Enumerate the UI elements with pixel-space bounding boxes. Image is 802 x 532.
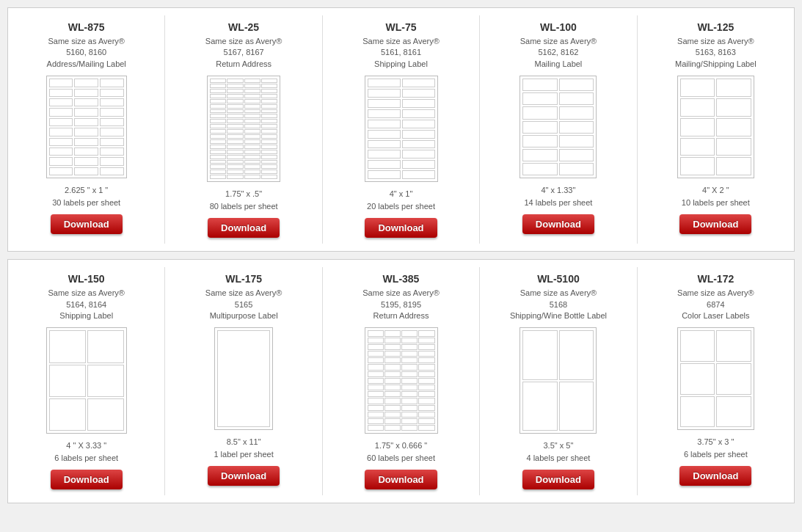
label-cell: [227, 99, 243, 103]
download-button-wl-150[interactable]: Download: [51, 470, 123, 489]
download-button-wl-125[interactable]: Download: [679, 214, 751, 234]
download-button-wl-25[interactable]: Download: [208, 218, 280, 238]
label-cell: [244, 129, 260, 134]
label-cell: [244, 99, 260, 103]
label-grid-wl-175: [217, 330, 270, 427]
label-cell: [227, 139, 243, 144]
label-cell: [384, 330, 401, 336]
label-cell: [261, 150, 277, 154]
label-cell: [244, 150, 260, 154]
label-cell: [368, 109, 401, 118]
download-button-wl-875[interactable]: Download: [51, 214, 123, 234]
label-cell: [559, 121, 594, 134]
label-preview-wl-175: [214, 327, 273, 430]
label-cell: [227, 145, 243, 149]
label-preview-wl-100: [520, 76, 597, 178]
product-size-wl-175: 8.5" x 11"1 label per sheet: [214, 436, 273, 460]
product-cell-wl-875: WL-875Same size as Avery®5160, 8160Addre…: [8, 15, 165, 244]
label-preview-wl-75: [365, 76, 438, 182]
label-cell: [244, 175, 260, 179]
label-cell: [401, 338, 418, 343]
label-cell: [244, 114, 260, 118]
label-cell: [401, 391, 418, 397]
label-cell: [680, 138, 715, 156]
label-cell: [384, 344, 401, 350]
label-cell: [401, 412, 418, 418]
label-cell: [559, 149, 594, 161]
label-cell: [244, 134, 260, 139]
label-cell: [384, 412, 401, 418]
label-cell: [244, 79, 260, 83]
label-cell: [210, 145, 226, 149]
label-cell: [559, 330, 594, 380]
label-cell: [74, 89, 98, 97]
label-cell: [716, 98, 751, 117]
label-cell: [244, 89, 260, 93]
product-desc-wl-172: Same size as Avery®6874Color Laser Label…: [677, 288, 754, 321]
download-button-wl-75[interactable]: Download: [365, 218, 437, 238]
product-name-wl-5100: WL-5100: [537, 273, 580, 285]
label-cell: [244, 104, 260, 109]
label-cell: [87, 365, 124, 397]
label-cell: [368, 99, 401, 108]
label-cell: [368, 405, 384, 411]
label-cell: [522, 92, 558, 105]
label-cell: [261, 175, 277, 179]
label-cell: [49, 138, 73, 146]
product-cell-wl-172: WL-172Same size as Avery®6874Color Laser…: [638, 267, 794, 495]
label-cell: [227, 124, 243, 128]
product-name-wl-25: WL-25: [228, 21, 259, 33]
label-cell: [680, 363, 715, 395]
product-name-wl-100: WL-100: [540, 21, 577, 33]
label-cell: [368, 120, 401, 128]
label-cell: [522, 79, 558, 91]
label-cell: [49, 398, 86, 431]
label-cell: [368, 150, 401, 158]
label-cell: [716, 363, 751, 395]
label-cell: [402, 89, 435, 98]
product-size-wl-75: 4" x 1"20 labels per sheet: [367, 188, 435, 212]
product-size-wl-5100: 3.5" x 5"4 labels per sheet: [527, 440, 591, 464]
label-cell: [401, 344, 418, 350]
label-cell: [49, 365, 86, 397]
label-cell: [210, 109, 226, 114]
label-grid-wl-385: [368, 330, 435, 431]
label-cell: [368, 357, 384, 363]
product-cell-wl-100: WL-100Same size as Avery®5162, 8162Maili…: [480, 15, 637, 244]
label-cell: [368, 79, 401, 87]
label-cell: [368, 338, 384, 343]
label-cell: [227, 104, 243, 109]
label-preview-wl-385: [365, 327, 438, 434]
download-button-wl-5100[interactable]: Download: [522, 470, 594, 489]
label-cell: [261, 139, 277, 144]
label-cell: [244, 94, 260, 98]
label-cell: [87, 330, 124, 362]
label-cell: [716, 330, 751, 362]
download-button-wl-385[interactable]: Download: [365, 470, 437, 489]
product-cell-wl-75: WL-75Same size as Avery®5161, 8161Shippi…: [323, 15, 480, 244]
label-cell: [100, 108, 124, 116]
label-cell: [210, 170, 226, 174]
label-preview-wl-5100: [520, 327, 597, 434]
label-cell: [244, 160, 260, 164]
label-cell: [210, 94, 226, 98]
product-desc-wl-100: Same size as Avery®5162, 8162Mailing Lab…: [520, 36, 597, 70]
label-cell: [384, 385, 401, 390]
label-cell: [74, 98, 98, 106]
label-cell: [227, 134, 243, 139]
download-button-wl-172[interactable]: Download: [679, 466, 751, 486]
label-cell: [100, 157, 124, 165]
label-cell: [210, 139, 226, 144]
label-cell: [418, 425, 434, 431]
label-cell: [49, 330, 86, 362]
label-cell: [401, 364, 418, 370]
label-cell: [418, 371, 434, 377]
product-desc-wl-385: Same size as Avery®5195, 8195Return Addr…: [362, 288, 440, 321]
label-cell: [402, 170, 435, 179]
download-button-wl-175[interactable]: Download: [208, 466, 280, 486]
label-cell: [384, 398, 401, 404]
label-grid-wl-150: [49, 330, 124, 431]
label-cell: [680, 79, 715, 97]
product-size-wl-172: 3.75" x 3 "6 labels per sheet: [684, 436, 748, 460]
download-button-wl-100[interactable]: Download: [522, 214, 594, 234]
